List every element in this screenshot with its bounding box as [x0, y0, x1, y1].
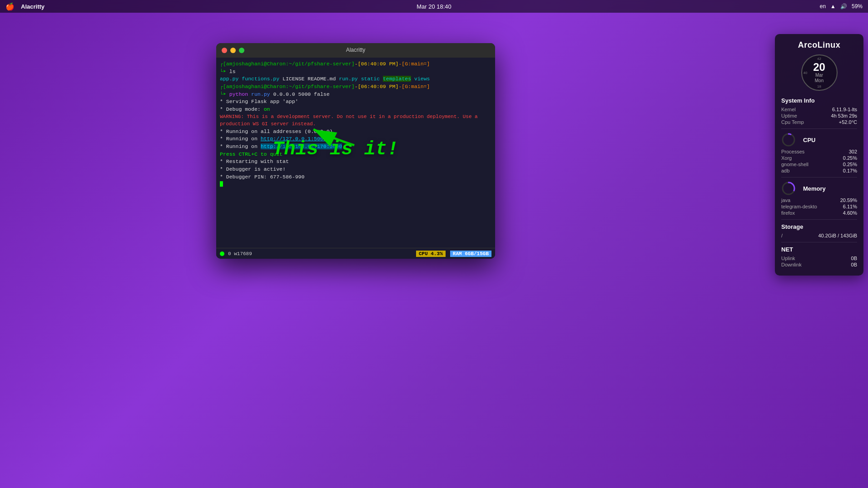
- close-button[interactable]: [222, 48, 227, 53]
- terminal-line-3: ┌[amjoshaghani@Charon:~/git/pfshare-serv…: [220, 83, 491, 91]
- status-cpu: CPU 4.3%: [416, 251, 446, 257]
- terminal-flask-line8: * Debugger PIN: 677-586-990: [220, 173, 491, 181]
- kernel-label: Kernel: [781, 107, 796, 112]
- status-mode: 0 w17689: [228, 251, 252, 256]
- uptime-value: 4h 53m 29s: [831, 113, 857, 118]
- cpu-processes: Processes 302: [781, 149, 857, 154]
- divider-3: [781, 219, 857, 220]
- xorg-label: Xorg: [781, 155, 792, 161]
- divider-1: [781, 128, 857, 129]
- clock-weekday: Mon: [815, 78, 823, 84]
- net-downlink: Downlink 0B: [781, 262, 857, 267]
- terminal-line-1: ┌[amjoshaghani@Charon:~/git/pfshare-serv…: [220, 60, 491, 68]
- processes-label: Processes: [781, 149, 804, 154]
- memory-telegram: telegram-deskto 6.11%: [781, 204, 857, 209]
- cpu-gauge: [781, 133, 796, 147]
- system-info-cputemp: Cpu Temp +52.0°C: [781, 119, 857, 125]
- clock-tick-bottom: 18: [817, 84, 821, 89]
- terminal-line-2: └➤ ls: [220, 68, 491, 76]
- clock-month: Mar: [815, 73, 823, 78]
- uptime-label: Uptime: [781, 113, 797, 118]
- terminal-titlebar: Alacritty: [216, 43, 495, 58]
- system-widget: ArcoLinux 42 40 20 Mar Mon 18 System Inf…: [775, 34, 863, 276]
- memory-firefox: firefox 4.60%: [781, 210, 857, 216]
- terminal-flask-line7: * Debugger is active!: [220, 166, 491, 173]
- traffic-lights: [222, 48, 244, 53]
- clock-day: 20: [813, 62, 825, 73]
- firefox-value: 4.60%: [843, 210, 857, 216]
- terminal-flask-line2: * Debug mode: on: [220, 106, 491, 113]
- system-info-title: System Info: [781, 97, 857, 104]
- terminal-cursor-line: █: [220, 181, 491, 188]
- terminal-line-4: └➤ python run.py 0.0.0.0 5000 false: [220, 91, 491, 99]
- maximize-button[interactable]: [239, 48, 244, 53]
- memory-gauge: [781, 181, 796, 196]
- terminal-ls-output: app.py functions.py LICENSE README.md ru…: [220, 75, 491, 83]
- kernel-value: 6.11.9-1-lts: [832, 107, 857, 112]
- terminal-title: Alacritty: [346, 47, 366, 53]
- telegram-value: 6.11%: [843, 204, 857, 209]
- menubar-battery: 59%: [852, 3, 863, 10]
- cputemp-value: +52.0°C: [839, 119, 857, 125]
- adb-value: 0.17%: [843, 168, 857, 173]
- svg-point-1: [783, 134, 794, 146]
- cpu-xorg: Xorg 0.25%: [781, 155, 857, 161]
- menubar-volume-icon: 🔊: [840, 3, 847, 10]
- this-is-it-annotation: This is it!: [273, 138, 398, 160]
- system-info-uptime: Uptime 4h 53m 29s: [781, 113, 857, 118]
- terminal-flask-line1: * Serving Flask app 'app': [220, 98, 491, 106]
- downlink-label: Downlink: [781, 262, 802, 267]
- memory-title: Memory: [803, 185, 826, 192]
- java-value: 20.59%: [840, 197, 857, 203]
- menubar-language: en: [820, 3, 826, 10]
- status-ram: RAM 6GB/15GB: [450, 251, 491, 257]
- clock-tick-left: 40: [804, 71, 808, 75]
- menubar: 🍎 Alacritty Mar 20 18:40 en ▲ 🔊 59%: [0, 0, 868, 13]
- memory-java: java 20.59%: [781, 197, 857, 203]
- java-label: java: [781, 197, 790, 203]
- cputemp-label: Cpu Temp: [781, 119, 804, 125]
- status-dot: [220, 251, 224, 256]
- storage-root: / 40.2GiB / 143GiB: [781, 233, 857, 238]
- storage-root-label: /: [781, 233, 783, 238]
- net-uplink: Uplink 0B: [781, 256, 857, 261]
- terminal-flask-line3: * Running on all addresses (0.0.0.0): [220, 128, 491, 136]
- storage-root-value: 40.2GiB / 143GiB: [818, 233, 857, 238]
- cpu-title: CPU: [803, 137, 815, 143]
- menubar-right: en ▲ 🔊 59%: [820, 3, 863, 10]
- processes-value: 302: [849, 149, 857, 154]
- adb-label: adb: [781, 168, 789, 173]
- cpu-gnome: gnome-shell 0.25%: [781, 162, 857, 167]
- cpu-adb: adb 0.17%: [781, 168, 857, 173]
- menubar-clock: Mar 20 18:40: [417, 3, 451, 10]
- divider-4: [781, 242, 857, 242]
- clock-ring: 42 40 20 Mar Mon 18: [801, 54, 838, 91]
- desktop: 🍎 Alacritty Mar 20 18:40 en ▲ 🔊 59% Alac…: [0, 0, 868, 488]
- menubar-wifi-icon: ▲: [830, 3, 836, 10]
- net-title: NET: [781, 246, 857, 253]
- clock-container: 42 40 20 Mar Mon 18: [781, 54, 857, 91]
- gnome-value: 0.25%: [843, 162, 857, 167]
- status-right: CPU 4.3% RAM 6GB/15GB: [416, 251, 491, 257]
- apple-menu[interactable]: 🍎: [5, 2, 15, 11]
- storage-title: Storage: [781, 223, 857, 230]
- clock-tick-top: 42: [817, 57, 821, 61]
- firefox-label: firefox: [781, 210, 795, 216]
- telegram-label: telegram-deskto: [781, 204, 817, 209]
- widget-title: ArcoLinux: [781, 40, 857, 50]
- gnome-label: gnome-shell: [781, 162, 808, 167]
- uplink-value: 0B: [851, 256, 857, 261]
- terminal-warning: WARNING: This is a development server. D…: [220, 113, 491, 128]
- terminal-statusbar: 0 w17689 CPU 4.3% RAM 6GB/15GB: [216, 248, 495, 259]
- divider-2: [781, 177, 857, 177]
- uplink-label: Uplink: [781, 256, 795, 261]
- xorg-value: 0.25%: [843, 155, 857, 161]
- system-info-kernel: Kernel 6.11.9-1-lts: [781, 107, 857, 112]
- menubar-left: 🍎 Alacritty: [5, 2, 45, 11]
- app-name[interactable]: Alacritty: [21, 3, 45, 10]
- minimize-button[interactable]: [230, 48, 236, 53]
- downlink-value: 0B: [851, 262, 857, 267]
